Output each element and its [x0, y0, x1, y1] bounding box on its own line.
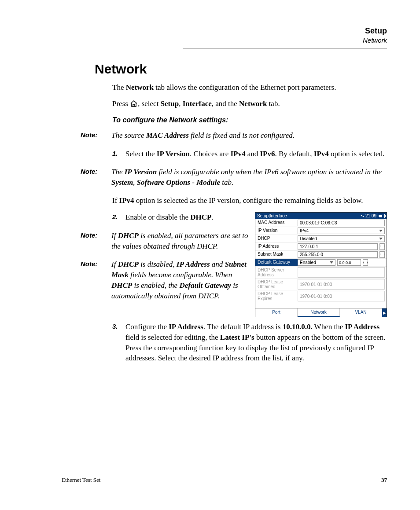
field-subnet-mask[interactable]: 255.255.0.0 [298, 251, 378, 258]
page-header: Setup Network [183, 26, 387, 49]
note-label: Note: [81, 231, 111, 252]
keypad-icon[interactable]: ⋮⋮ [379, 251, 385, 258]
dropdown-default-gateway[interactable]: Enabled [298, 259, 335, 266]
device-breadcrumb: Setup|Interface [257, 213, 287, 218]
header-title: Setup [183, 26, 387, 36]
note-mac: Note: The source MAC Address field is fi… [81, 130, 387, 141]
device-clock: 21:09 [365, 213, 376, 218]
note-label: Note: [81, 167, 111, 188]
device-screenshot: Setup|Interface 21:09 MAC Address 00:03:… [255, 212, 387, 317]
link-status-icon [360, 214, 365, 218]
row-default-gateway: Default Gateway Enabled 0.0.0.0 ⋮⋮ [255, 259, 387, 267]
row-dhcp: DHCP Disabled [255, 235, 387, 243]
device-titlebar: Setup|Interface 21:09 [255, 213, 387, 219]
intro-para-2: Press , select Setup, Interface, and the… [112, 99, 387, 110]
page-footer: Ethernet Test Set 37 [62, 477, 387, 484]
note-label: Note: [81, 259, 111, 301]
note-dhcp-enabled: Note: If DHCP is enabled, all parameters… [81, 231, 249, 252]
keypad-icon[interactable]: ⋮⋮ [379, 243, 385, 250]
home-icon [130, 100, 138, 110]
row-dhcp-expires: DHCP Lease Expires 1970-01-01 0:00 [255, 290, 387, 302]
header-subtitle: Network [183, 36, 387, 48]
dropdown-dhcp[interactable]: Disabled [298, 235, 385, 242]
field-dhcp-obtained: 1970-01-01 0:00 [298, 279, 385, 290]
footer-doc-title: Ethernet Test Set [62, 477, 100, 484]
tab-vlan[interactable]: VLAN [340, 308, 382, 317]
field-gateway-ip[interactable]: 0.0.0.0 [337, 259, 361, 266]
step-3: 3. Configure the IP Address. The default… [112, 322, 387, 363]
dropdown-ip-version[interactable]: IPv4 [298, 227, 385, 234]
row-mac-address: MAC Address 00:03:01:FC:06:C3 [255, 219, 387, 227]
field-ip-address[interactable]: 127.0.0.1 [298, 243, 378, 250]
ipv4-para: If IPv4 option is selected as the IP ver… [112, 196, 387, 206]
step-1: 1. Select the IP Version. Choices are IP… [112, 149, 387, 159]
configure-subhead: To configure the Network settings: [112, 116, 387, 124]
tab-network[interactable]: Network [298, 308, 340, 317]
tab-port[interactable]: Port [255, 308, 298, 317]
tabs-scroll-right-icon[interactable]: ▶ [382, 308, 387, 317]
row-ip-address: IP Address 127.0.0.1 ⋮⋮ [255, 243, 387, 251]
row-dhcp-obtained: DHCP Lease Obtained 1970-01-01 0:00 [255, 279, 387, 290]
intro-para-1: The Network tab allows the configuration… [112, 83, 387, 93]
row-ip-version: IP Version IPv4 [255, 227, 387, 235]
row-dhcp-server: DHCP Server Address [255, 267, 387, 279]
note-dhcp-disabled: Note: If DHCP is disabled, IP Address an… [81, 259, 249, 301]
field-mac-address[interactable]: 00:03:01:FC:06:C3 [298, 220, 385, 226]
note-label: Note: [81, 130, 111, 141]
note-ipversion: Note: The IP Version field is configurab… [81, 167, 387, 188]
keypad-icon[interactable]: ⋮⋮ [363, 259, 368, 266]
step-2: 2. Enable or disable the DHCP. [112, 212, 249, 223]
field-dhcp-server [298, 267, 385, 278]
section-heading: Network [95, 62, 387, 77]
header-rule [183, 48, 387, 49]
battery-icon [378, 214, 385, 218]
field-dhcp-expires: 1970-01-01 0:00 [298, 291, 385, 301]
device-tabs: Port Network VLAN ▶ [255, 308, 387, 317]
page-number: 37 [381, 477, 387, 484]
row-subnet-mask: Subnet Mask 255.255.0.0 ⋮⋮ [255, 251, 387, 259]
